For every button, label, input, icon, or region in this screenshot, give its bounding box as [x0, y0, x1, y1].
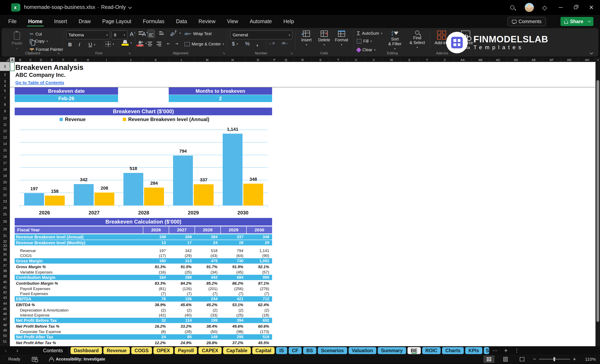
row-header-46[interactable]: 46: [0, 311, 10, 317]
column-header-L[interactable]: L: [169, 57, 195, 62]
row-header-33[interactable]: 33: [0, 245, 10, 247]
decrease-font-button[interactable]: A▾: [142, 31, 148, 37]
column-header-AC[interactable]: AC: [489, 57, 507, 62]
sheet-tab-captable[interactable]: CapTable: [223, 347, 251, 354]
number-dialog-launcher[interactable]: ↘: [290, 51, 293, 55]
row-header-16[interactable]: 16: [0, 154, 10, 160]
minimize-button[interactable]: [556, 2, 566, 12]
row-header-9[interactable]: 9: [0, 107, 10, 115]
row-header-35[interactable]: 35: [0, 252, 10, 257]
increase-font-button[interactable]: A▴: [130, 31, 135, 37]
currency-format-button[interactable]: $▾: [232, 41, 238, 47]
sheet-tab-capex[interactable]: CAPEX: [198, 347, 221, 354]
bold-button[interactable]: B: [68, 42, 72, 47]
sheet-tab-is[interactable]: IS: [276, 347, 287, 354]
normal-view-button[interactable]: [483, 355, 495, 363]
row-header-13[interactable]: 13: [0, 135, 10, 141]
row-header-41[interactable]: 41: [0, 285, 10, 290]
zoom-in-icon[interactable]: +: [573, 356, 576, 362]
select-all-corner[interactable]: [0, 57, 10, 62]
menu-tab-data[interactable]: Data: [176, 16, 187, 27]
row-header-36[interactable]: 36: [0, 257, 10, 263]
column-header-J[interactable]: J: [119, 57, 143, 62]
sheet-tab-bs[interactable]: BS: [303, 347, 316, 354]
row-header-26[interactable]: 26: [0, 218, 10, 226]
page-layout-view-button[interactable]: [500, 355, 511, 363]
accessibility-status[interactable]: Accessibility: Investigate: [56, 357, 105, 362]
row-header-17[interactable]: 17: [0, 160, 10, 166]
row-header-11[interactable]: 11: [0, 122, 10, 128]
column-header-AB[interactable]: AB: [472, 57, 489, 62]
row-header-45[interactable]: 45: [0, 307, 10, 311]
sheet-tab-revenue[interactable]: Revenue: [103, 347, 130, 354]
menu-tab-automate[interactable]: Automate: [249, 16, 272, 27]
sheet-tab-contents[interactable]: Contents: [38, 347, 68, 354]
column-header-AG[interactable]: AG: [561, 57, 578, 62]
zoom-slider[interactable]: − +: [533, 356, 576, 362]
scroll-up-icon[interactable]: ▲: [596, 57, 600, 62]
menu-tab-draw[interactable]: Draw: [78, 16, 91, 27]
percent-format-button[interactable]: %: [245, 41, 250, 47]
more-sheets-button[interactable]: ⋯: [492, 348, 497, 354]
column-header-A[interactable]: A: [10, 57, 15, 62]
share-button[interactable]: Share: [561, 17, 593, 26]
clear-button[interactable]: Clear ▾: [357, 47, 375, 52]
vertical-scrollbar-thumb[interactable]: [597, 80, 599, 322]
table-of-contents-link[interactable]: Go to Table of Contents: [15, 80, 64, 85]
sheet-tab-valuation[interactable]: Valuation: [349, 347, 376, 354]
collapse-ribbon-button[interactable]: [590, 52, 592, 55]
column-header-R[interactable]: R: [294, 57, 312, 62]
decrease-indent-button[interactable]: ⇤: [167, 42, 170, 46]
column-header-K[interactable]: K: [143, 57, 169, 62]
zoom-track[interactable]: [539, 359, 570, 359]
align-center-button[interactable]: [148, 42, 152, 46]
menu-tab-review[interactable]: Review: [198, 16, 216, 27]
premium-diamond-button[interactable]: ◇: [540, 2, 550, 12]
row-header-39[interactable]: 39: [0, 273, 10, 279]
row-header-42[interactable]: 42: [0, 290, 10, 295]
column-header-AA[interactable]: AA: [454, 57, 472, 62]
column-header-AD[interactable]: AD: [507, 57, 525, 62]
column-header-H[interactable]: H: [82, 57, 94, 62]
menu-tab-insert[interactable]: Insert: [54, 16, 68, 27]
row-header-37[interactable]: 37: [0, 263, 10, 269]
row-header-8[interactable]: 8: [0, 102, 10, 107]
row-header-44[interactable]: 44: [0, 301, 10, 307]
sheet-tab-roic[interactable]: ROIC: [422, 347, 441, 354]
paste-button[interactable]: Paste ▾: [9, 30, 25, 52]
row-header-7[interactable]: 7: [0, 95, 10, 102]
row-header-3[interactable]: 3: [0, 79, 10, 85]
row-header-14[interactable]: 14: [0, 141, 10, 147]
close-button[interactable]: ×: [586, 2, 596, 12]
wrap-text-button[interactable]: ab↩ Wrap Text: [184, 31, 212, 36]
row-header-5[interactable]: 5: [0, 87, 10, 95]
cut-button[interactable]: ✂ Cut: [30, 31, 42, 37]
search-button[interactable]: [507, 2, 517, 12]
sheet-tab-kpis[interactable]: KPIs: [465, 347, 482, 354]
sheet-tab-opex[interactable]: OPEX: [153, 347, 173, 354]
menu-tab-file[interactable]: File: [8, 16, 17, 27]
row-header-50[interactable]: 50: [0, 333, 10, 339]
column-header-AH[interactable]: AH: [578, 57, 596, 62]
account-avatar[interactable]: [524, 2, 534, 12]
autosum-button[interactable]: Σ AutoSum ▾: [357, 30, 382, 36]
zoom-percentage[interactable]: 110%: [581, 357, 596, 362]
number-format-select[interactable]: General▾: [230, 31, 292, 39]
zoom-knob[interactable]: [553, 357, 555, 361]
menu-tab-help[interactable]: Help: [283, 16, 294, 27]
font-family-select[interactable]: Tahoma▾: [66, 31, 110, 39]
borders-button[interactable]: ▾: [105, 41, 114, 47]
menu-tab-home[interactable]: Home: [28, 16, 43, 27]
merge-center-button[interactable]: ↔ Merge & Center ▾: [184, 42, 224, 46]
sheet-tab-capital[interactable]: Capital: [252, 347, 275, 354]
column-header-N[interactable]: N: [220, 57, 245, 62]
sheet-tab-charts[interactable]: Charts: [442, 347, 464, 354]
sort-filter-button[interactable]: AZ Sort & Filter ▾: [384, 31, 405, 50]
sheet-tab-payroll[interactable]: Payroll: [175, 347, 197, 354]
clipboard-dialog-launcher[interactable]: ↘: [57, 51, 60, 55]
column-header-S[interactable]: S: [312, 57, 329, 62]
font-size-select[interactable]: 8▾: [112, 31, 127, 39]
column-header-AF[interactable]: AF: [543, 57, 561, 62]
align-left-button[interactable]: [139, 42, 143, 46]
column-header-O[interactable]: O: [245, 57, 271, 62]
